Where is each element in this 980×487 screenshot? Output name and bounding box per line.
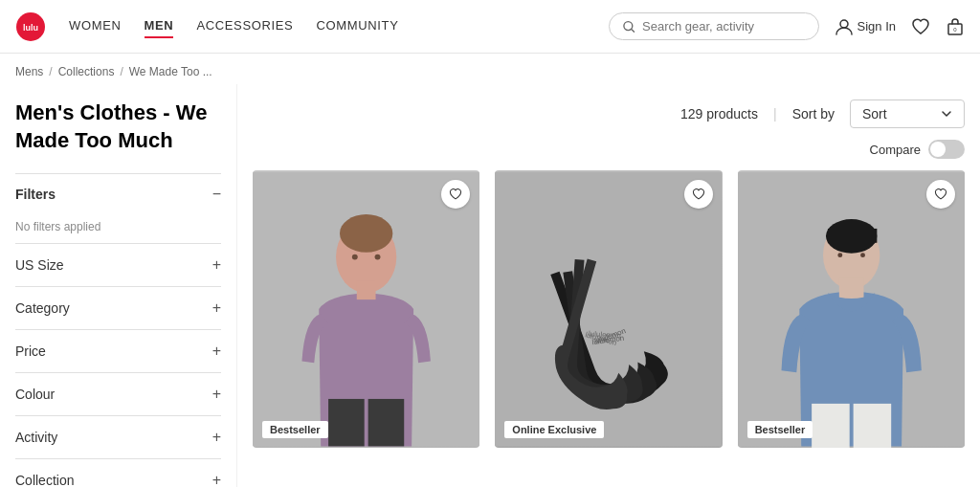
filter-colour[interactable]: Colour + — [15, 372, 221, 415]
svg-point-28 — [860, 253, 865, 257]
sidebar: Men's Clothes - We Made Too Much Filters… — [0, 84, 237, 487]
filter-collection-expand-icon: + — [212, 472, 221, 487]
main-nav: WOMEN MEN ACCESSORIES COMMUNITY — [69, 14, 609, 38]
header: lulu WOMEN MEN ACCESSORIES COMMUNITY — [0, 0, 980, 54]
wishlist-btn-2[interactable] — [684, 180, 713, 209]
cart-button[interactable]: 0 — [946, 17, 965, 36]
logo-icon: lulu — [15, 11, 46, 42]
heart-icon-2 — [692, 188, 705, 201]
filter-collection-label: Collection — [15, 473, 74, 487]
search-icon — [623, 20, 635, 33]
filter-price[interactable]: Price + — [15, 329, 221, 372]
product-image-2: lululemon lululemon lululemon — [495, 170, 722, 448]
filter-category[interactable]: Category + — [15, 286, 221, 329]
filter-activity-label: Activity — [15, 430, 57, 445]
compare-label: Compare — [870, 143, 921, 157]
svg-point-13 — [352, 255, 358, 260]
heart-icon — [911, 17, 930, 36]
filters-header: Filters − — [15, 173, 221, 214]
filters-label: Filters — [15, 187, 56, 202]
filters-collapse-icon[interactable]: − — [212, 186, 221, 203]
filter-price-expand-icon: + — [212, 343, 221, 360]
search-input[interactable] — [642, 19, 805, 33]
product-image-svg-1 — [253, 170, 479, 448]
filter-colour-expand-icon: + — [212, 386, 221, 403]
breadcrumb-current[interactable]: We Made Too ... — [129, 65, 212, 78]
no-filters-text: No filters applied — [15, 214, 221, 243]
nav-accessories[interactable]: ACCESSORIES — [196, 14, 293, 38]
toolbar: 129 products | Sort by Sort — [253, 100, 965, 128]
product-badge-2: Online Exclusive — [504, 421, 604, 438]
product-card: Bestseller — [253, 170, 479, 448]
filter-price-label: Price — [15, 343, 46, 359]
filter-colour-label: Colour — [15, 387, 55, 402]
svg-point-14 — [375, 255, 381, 260]
sort-dropdown[interactable]: Sort — [850, 100, 965, 128]
nav-men[interactable]: MEN — [145, 14, 174, 38]
svg-text:lulu: lulu — [23, 23, 38, 33]
search-bar[interactable] — [609, 12, 819, 40]
sign-in-button[interactable]: Sign In — [835, 17, 896, 36]
svg-rect-24 — [812, 404, 850, 448]
svg-rect-10 — [328, 399, 365, 446]
svg-rect-23 — [828, 229, 877, 243]
compare-toggle[interactable] — [928, 140, 965, 159]
breadcrumb-collections[interactable]: Collections — [58, 65, 115, 78]
product-badge-1: Bestseller — [262, 421, 328, 438]
sort-dropdown-label: Sort — [862, 106, 887, 122]
heart-icon-3 — [934, 188, 947, 201]
filter-activity-expand-icon: + — [212, 429, 221, 446]
breadcrumb-mens[interactable]: Mens — [15, 65, 43, 78]
page-body: Men's Clothes - We Made Too Much Filters… — [0, 84, 980, 487]
filter-category-expand-icon: + — [212, 299, 221, 317]
header-right: Sign In 0 — [609, 12, 965, 40]
chevron-down-icon — [941, 108, 952, 120]
svg-point-27 — [837, 253, 842, 257]
svg-line-3 — [631, 29, 634, 32]
filter-us-size-label: US Size — [15, 257, 64, 273]
svg-point-4 — [840, 20, 848, 28]
filter-activity[interactable]: Activity + — [15, 415, 221, 458]
nav-women[interactable]: WOMEN — [69, 14, 122, 38]
logo[interactable]: lulu — [15, 11, 46, 42]
breadcrumb: Mens / Collections / We Made Too ... — [0, 54, 980, 84]
user-icon — [835, 17, 854, 36]
product-badge-3: Bestseller — [747, 421, 813, 438]
product-image-svg-2: lululemon lululemon lululemon — [495, 170, 722, 448]
main-content: 129 products | Sort by Sort Compare — [237, 84, 980, 487]
wishlist-button[interactable] — [911, 17, 930, 36]
filter-collection[interactable]: Collection + — [15, 458, 221, 487]
page-title: Men's Clothes - We Made Too Much — [15, 100, 221, 154]
filter-category-label: Category — [15, 300, 70, 316]
svg-point-9 — [340, 214, 392, 253]
product-image-1 — [253, 170, 479, 448]
product-grid: Bestseller lululemon — [253, 170, 965, 448]
breadcrumb-sep-1: / — [49, 65, 52, 78]
product-image-svg-3 — [738, 170, 965, 448]
heart-icon-1 — [449, 188, 462, 201]
filter-us-size-expand-icon: + — [212, 256, 221, 274]
svg-rect-26 — [838, 277, 863, 299]
svg-rect-25 — [853, 404, 891, 448]
sort-by-label: Sort by — [792, 106, 835, 122]
product-image-3 — [738, 170, 965, 448]
nav-community[interactable]: COMMUNITY — [316, 14, 398, 38]
sign-in-label: Sign In — [858, 19, 896, 33]
product-card: lululemon lululemon lululemon — [495, 170, 722, 448]
svg-rect-12 — [357, 280, 376, 299]
compare-row: Compare — [253, 140, 965, 159]
filter-us-size[interactable]: US Size + — [15, 243, 221, 286]
toggle-knob — [930, 142, 946, 157]
product-card: Bestseller — [738, 170, 965, 448]
product-count: 129 products — [680, 106, 758, 122]
svg-text:0: 0 — [953, 27, 957, 33]
wishlist-btn-3[interactable] — [926, 180, 955, 209]
svg-rect-11 — [368, 399, 405, 446]
cart-icon: 0 — [946, 17, 965, 36]
breadcrumb-sep-2: / — [120, 65, 122, 78]
